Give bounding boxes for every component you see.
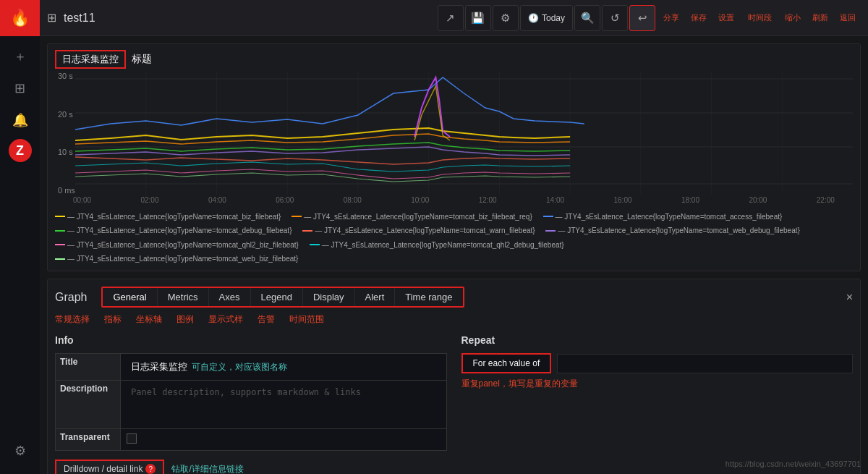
main-content: 日志采集监控 标题 30 s 20 s 10 s 0 ms xyxy=(40,36,868,474)
title-label: Title xyxy=(56,354,121,381)
gear-icon: ⚙ xyxy=(501,12,510,25)
sidebar-item-settings[interactable]: ⚙ xyxy=(0,435,40,467)
repeat-variable-input[interactable] xyxy=(557,354,853,373)
app-logo[interactable]: 🔥 xyxy=(0,0,40,36)
chart-title-label: 标题 xyxy=(132,53,152,66)
tabs-container: General Metrics Axes Legend Display Aler… xyxy=(101,287,464,308)
info-section: Info Title 日志采集监控 可自定义，对应该图名称 Descriptio… xyxy=(55,334,447,474)
legend-item: — JTY4_sEsLatence_Latence{logTypeName=to… xyxy=(55,239,299,251)
topbar: ⊞ test11 ↗ 💾 ⚙ 🕐 Today 🔍 ↺ ↩ 分享 保存 设置 时间… xyxy=(40,0,868,36)
title-row: Title 日志采集监控 可自定义，对应该图名称 xyxy=(56,354,447,381)
settings-button[interactable]: ⚙ xyxy=(493,5,519,31)
x-axis-labels: 00:00 02:00 04:00 06:00 08:00 10:00 12:0… xyxy=(55,196,853,204)
title-value-cell: 日志采集监控 可自定义，对应该图名称 xyxy=(121,354,447,381)
tab-legend[interactable]: Legend xyxy=(251,288,303,306)
legend-item: — JTY4_sEsLatence_Latence{logTypeName=to… xyxy=(543,211,783,223)
legend-color xyxy=(302,230,312,232)
legend-color xyxy=(545,230,556,232)
topbar-actions: ↗ 💾 ⚙ 🕐 Today 🔍 ↺ ↩ xyxy=(438,5,655,31)
legend-item: — JTY4_sEsLatence_Latence{logTypeName=to… xyxy=(310,239,564,251)
repeat-input-row: For each value of xyxy=(461,353,854,373)
refresh-label: 刷新 xyxy=(807,12,833,23)
y-axis-labels: 30 s 20 s 10 s 0 ms xyxy=(55,72,78,195)
drilldown-section: Drilldown / detail link ? 钻取/详细信息链接 xyxy=(55,460,447,474)
chart-panel-title: 日志采集监控 xyxy=(55,50,126,69)
zoom-label: 缩小 xyxy=(780,12,806,23)
editor-title: Graph xyxy=(55,291,87,304)
tab-metrics[interactable]: Metrics xyxy=(158,288,209,306)
tab-axes[interactable]: Axes xyxy=(209,288,251,306)
tab-general[interactable]: General xyxy=(103,288,157,306)
clock-icon: 🕐 xyxy=(528,13,539,23)
legend-item: — JTY4_sEsLatence_Latence{logTypeName=to… xyxy=(545,224,799,237)
repeat-hint-text: 重复panel，填写是重复的变量 xyxy=(461,378,854,390)
transparent-checkbox[interactable] xyxy=(127,433,137,444)
grid-icon: ⊞ xyxy=(47,11,56,25)
legend-item: — JTY4_sEsLatence_Latence{logTypeName=to… xyxy=(55,211,281,223)
drilldown-button[interactable]: Drilldown / detail link ? xyxy=(55,460,164,474)
chart-svg xyxy=(75,72,853,195)
today-button[interactable]: 🕐 Today xyxy=(520,5,573,31)
watermark: https://blog.csdn.net/weixin_43697701 xyxy=(726,460,861,468)
search-icon: 🔍 xyxy=(581,12,595,25)
description-row: Description xyxy=(56,381,447,429)
save-button[interactable]: 💾 xyxy=(465,5,491,31)
legend-color xyxy=(292,216,302,217)
share-button[interactable]: ↗ xyxy=(438,5,464,31)
info-section-title: Info xyxy=(55,334,447,346)
page-title: test11 xyxy=(64,12,438,25)
save-label: 保存 xyxy=(686,12,712,23)
editor-body: Info Title 日志采集监控 可自定义，对应该图名称 Descriptio… xyxy=(55,334,853,474)
refresh-button[interactable]: ↺ xyxy=(602,5,628,31)
legend-item: — JTY4_sEsLatence_Latence{logTypeName=to… xyxy=(302,224,535,237)
legend-item: — JTY4_sEsLatence_Latence{logTypeName=to… xyxy=(55,224,292,237)
tab-display[interactable]: Display xyxy=(303,288,355,306)
title-hint-text: 可自定义，对应该图名称 xyxy=(192,361,287,373)
zoom-button[interactable]: 🔍 xyxy=(574,5,600,31)
legend-color xyxy=(310,244,320,245)
description-input[interactable] xyxy=(125,384,442,423)
repeat-for-each-button[interactable]: For each value of xyxy=(461,353,552,373)
sidebar-item-z[interactable]: Z xyxy=(9,139,32,162)
dashboard-icon: ⊞ xyxy=(14,80,25,96)
topbar-labels: 分享 保存 设置 时间段 缩小 刷新 返回 xyxy=(658,12,861,23)
close-button[interactable]: × xyxy=(846,291,853,304)
tab-label-legend: 图例 xyxy=(176,313,194,326)
back-icon: ↩ xyxy=(638,12,647,25)
sidebar-item-alert[interactable]: 🔔 xyxy=(0,104,40,136)
chart-title-bar: 日志采集监控 标题 xyxy=(55,50,853,69)
title-main-text: 日志采集监控 xyxy=(131,360,187,373)
sidebar: 🔥 ＋ ⊞ 🔔 Z ⚙ xyxy=(0,0,40,474)
transparent-value-cell xyxy=(121,429,447,451)
tab-label-display: 显示式样 xyxy=(208,313,243,326)
chart-legend: — JTY4_sEsLatence_Latence{logTypeName=to… xyxy=(55,208,853,265)
editor-header: Graph General Metrics Axes Legend Displa… xyxy=(55,287,853,308)
transparent-row: Transparent xyxy=(56,429,447,451)
tab-label-general: 常规选择 xyxy=(55,313,90,326)
settings-label: 设置 xyxy=(713,12,739,23)
z-icon: Z xyxy=(16,143,24,158)
info-form-table: Title 日志采集监控 可自定义，对应该图名称 Description xyxy=(55,353,447,451)
repeat-section: Repeat For each value of 重复panel，填写是重复的变… xyxy=(461,334,854,474)
share-icon: ↗ xyxy=(446,12,455,25)
description-label: Description xyxy=(56,381,121,429)
graph-editor: Graph General Metrics Axes Legend Displa… xyxy=(47,279,861,474)
sidebar-item-dashboard[interactable]: ⊞ xyxy=(0,72,40,104)
legend-color xyxy=(543,216,553,217)
repeat-section-title: Repeat xyxy=(461,334,854,346)
back-button[interactable]: ↩ xyxy=(629,5,655,31)
drilldown-hint: 钻取/详细信息链接 xyxy=(171,463,243,475)
tab-timerange[interactable]: Time range xyxy=(395,288,462,306)
legend-color xyxy=(55,244,65,245)
legend-item: — JTY4_sEsLatence_Latence{logTypeName=to… xyxy=(55,253,298,265)
tab-labels: 常规选择 指标 坐标轴 图例 显示式样 告警 时间范围 xyxy=(55,313,853,326)
share-label: 分享 xyxy=(658,12,684,23)
tab-label-axes: 坐标轴 xyxy=(136,313,162,326)
legend-color xyxy=(55,258,65,260)
tab-alert[interactable]: Alert xyxy=(355,288,396,306)
back-label: 返回 xyxy=(835,12,861,23)
tab-label-metrics: 指标 xyxy=(104,313,122,326)
description-value-cell xyxy=(121,381,447,429)
today-label: 时间段 xyxy=(741,12,778,23)
sidebar-item-add[interactable]: ＋ xyxy=(0,41,40,72)
